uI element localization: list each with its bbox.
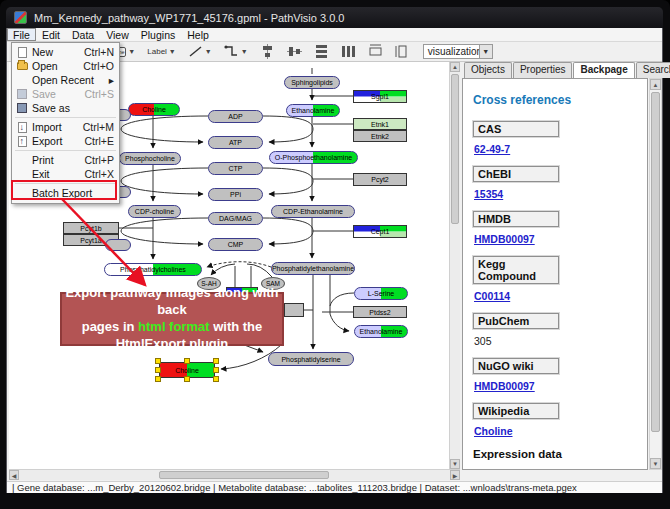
node-adp[interactable]: ADP [208,110,263,123]
xref-link[interactable]: C00114 [474,290,510,302]
common-width-button[interactable] [365,43,386,60]
menu-separator [15,183,116,184]
new-connector-button[interactable]: ▼ [221,43,251,60]
selection-handle[interactable] [184,358,190,364]
scroll-left-icon[interactable]: ◀ [9,470,19,480]
tab-backpage[interactable]: Backpage [573,62,634,78]
tab-objects[interactable]: Objects [464,62,512,78]
node-sphingolipids[interactable]: Sphingolipids [284,76,340,89]
file-menu-item-save[interactable]: SaveCtrl+S [12,87,119,101]
scrollbar-thumb[interactable] [159,471,329,479]
scroll-down-icon[interactable]: ▼ [450,459,460,469]
sidebar-scrollbar[interactable]: ▲ ▼ [649,78,662,470]
node-phosphatidylcholines[interactable]: Phosphatidylcholines [104,263,202,276]
status-bar: | Gene database: ...m_Derby_20120602.bri… [7,481,662,493]
visualization-combobox[interactable]: visualization ▼ [423,44,493,59]
node-cdp-ethanolamine[interactable]: CDP-Ethanolamine [271,205,355,218]
distribute-vertical-button[interactable] [311,43,332,60]
node-ethanolamine-top[interactable]: Ethanolamine [286,104,340,117]
backpage-content: Cross references CAS62-49-7ChEBI15354HMD… [462,78,648,470]
node-cept1[interactable]: Cept1 [353,225,407,238]
canvas-vertical-scrollbar[interactable]: ▲ ▼ [449,62,460,469]
node-ptdss2[interactable]: Ptdss2 [353,306,407,318]
node-l-serine[interactable]: L-Serine [354,287,408,300]
node-cdp-choline[interactable]: CDP-choline [128,205,181,218]
node-ethanolamine-bottom[interactable]: Ethanolamine [354,325,408,338]
scroll-up-icon[interactable]: ▲ [450,62,460,72]
menubar-item-file[interactable]: File [7,28,36,41]
node-pcyt2[interactable]: Pcyt2 [353,173,407,186]
scroll-up-icon[interactable]: ▲ [650,79,661,90]
menubar-item-edit[interactable]: Edit [36,28,66,41]
xref-link[interactable]: 62-49-7 [474,143,510,155]
file-menu-item-batch-export[interactable]: Batch Export [12,186,119,200]
xref-link[interactable]: Choline [474,425,513,437]
title-bar[interactable]: Mm_Kennedy_pathway_WP1771_45176.gpml - P… [6,7,663,28]
node-phosphocholine[interactable]: Phosphocholine [119,152,181,165]
node-cmp[interactable]: CMP [208,238,263,251]
common-height-button[interactable] [392,43,413,60]
xref-link[interactable]: HMDB00097 [474,233,535,245]
import-icon: ↓ [18,122,27,133]
align-center-horizontal-button[interactable] [257,43,278,60]
node-etnk2[interactable]: Etnk2 [353,130,407,142]
file-menu-item-export[interactable]: ↑ExportCtrl+E [12,134,119,148]
tab-properties[interactable]: Properties [513,62,573,78]
file-menu-item-save-as[interactable]: Save as [12,101,119,115]
node-atp[interactable]: ATP [208,136,263,149]
node-choline[interactable]: Choline [128,103,180,116]
scroll-down-icon[interactable]: ▼ [650,458,661,469]
chevron-down-icon[interactable]: ▼ [241,48,248,55]
node-phosphatidylserine[interactable]: Phosphatidylserine [268,352,354,366]
node-dag-mag[interactable]: DAG/MAG [208,212,263,225]
file-menu-item-print[interactable]: PrintCtrl+P [12,153,119,167]
node-ppi[interactable]: PPi [208,188,263,201]
canvas-horizontal-scrollbar[interactable]: ◀ ▶ [9,469,460,480]
menubar-item-help[interactable]: Help [181,28,215,41]
scrollbar-thumb[interactable] [451,74,459,224]
menu-item-label: Batch Export [32,187,114,199]
chevron-down-icon[interactable]: ▼ [479,45,492,58]
file-menu-item-import[interactable]: ↓ImportCtrl+M [12,120,119,134]
side-panel: ObjectsPropertiesBackpageSearchLegend Cr… [460,62,662,480]
menubar-item-plugins[interactable]: Plugins [135,28,181,41]
selection-handle[interactable] [184,376,190,382]
callout-text-line: pages in html format with the [82,319,263,336]
file-menu-item-new[interactable]: NewCtrl+N [12,45,119,59]
node-o-phosphoethanolamine[interactable]: O-Phosphoethanolamine [269,151,358,164]
node-edge-node-3[interactable] [105,239,131,251]
selection-handle[interactable] [213,376,219,382]
selection-handle[interactable] [155,358,161,364]
file-menu-item-open[interactable]: OpenCtrl+O [12,59,119,73]
node-etnk1[interactable]: Etnk1 [353,118,407,130]
xref-link[interactable]: HMDB00097 [474,380,535,392]
file-menu-item-open-recent[interactable]: Open Recent▸ [12,73,119,87]
new-label-button[interactable]: Label ▼ [144,43,179,60]
menubar-item-view[interactable]: View [100,28,135,41]
window-frame: Mm_Kennedy_pathway_WP1771_45176.gpml - P… [0,0,670,509]
scroll-right-icon[interactable]: ▶ [450,470,460,480]
selection-handle[interactable] [213,358,219,364]
xref-link[interactable]: 15354 [474,188,503,200]
file-menu-item-exit[interactable]: ExitCtrl+X [12,167,119,181]
xref-section-pubchem: PubChem305 [473,313,647,347]
selection-handle[interactable] [213,367,219,373]
align-center-vertical-button[interactable] [284,43,305,60]
menubar-item-data[interactable]: Data [66,28,100,41]
new-line-button[interactable]: ▼ [185,43,215,60]
visualization-value: visualization [424,46,479,57]
chevron-down-icon[interactable]: ▼ [205,48,212,55]
menu-item-label: Save [32,88,85,100]
chevron-down-icon[interactable]: ▼ [128,48,135,55]
tab-search[interactable]: Search [636,62,670,78]
node-phosphatidylethanolamine[interactable]: Phosphatidylethanolamine [271,262,355,275]
scrollbar-thumb[interactable] [651,92,660,432]
node-ptdss1[interactable] [284,303,304,317]
distribute-horizontal-button[interactable] [338,43,359,60]
node-pcyt1b[interactable]: Pcyt1b [63,222,119,234]
node-sgpl1[interactable]: Sgpl1 [353,90,407,103]
selection-handle[interactable] [155,367,161,373]
chevron-down-icon[interactable]: ▼ [169,48,176,55]
node-ctp[interactable]: CTP [208,162,263,175]
selection-handle[interactable] [155,376,161,382]
